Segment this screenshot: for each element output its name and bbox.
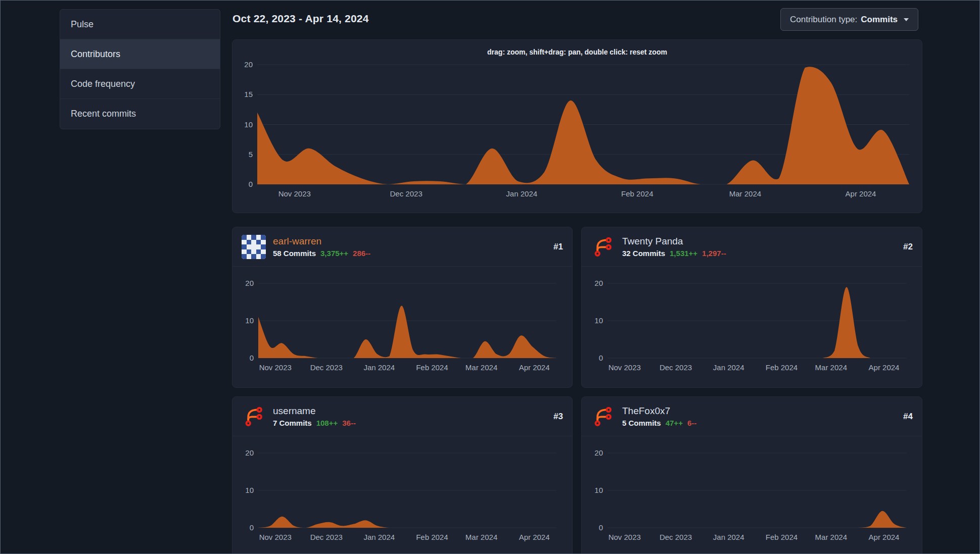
additions-count: 47++	[666, 419, 683, 427]
contributor-header: TheFox0x7 5 Commits 47++ 6-- #4	[582, 397, 922, 436]
commit-count: 7 Commits	[273, 419, 312, 427]
svg-text:Feb 2024: Feb 2024	[416, 533, 448, 541]
contributor-rank: #4	[903, 412, 913, 422]
contributor-name-link[interactable]: username	[273, 406, 546, 417]
svg-text:Dec 2023: Dec 2023	[310, 363, 343, 372]
svg-text:Mar 2024: Mar 2024	[465, 363, 497, 372]
svg-text:20: 20	[245, 279, 254, 287]
svg-text:10: 10	[594, 316, 603, 325]
commit-count: 58 Commits	[273, 249, 316, 258]
contributor-rank: #3	[553, 412, 563, 422]
contributor-name-link[interactable]: Twenty Panda	[622, 236, 896, 247]
contributor-card-username: username 7 Commits 108++ 36-- #3 01020No…	[232, 396, 573, 554]
svg-text:0: 0	[250, 354, 254, 362]
svg-text:Apr 2024: Apr 2024	[869, 363, 900, 372]
contributor-commits-chart[interactable]: 01020Nov 2023Dec 2023Jan 2024Feb 2024Mar…	[589, 271, 915, 383]
svg-text:Mar 2024: Mar 2024	[465, 533, 497, 541]
svg-text:Nov 2023: Nov 2023	[259, 363, 292, 372]
sidebar-item-label: Recent commits	[71, 109, 136, 119]
contributor-card-twenty-panda: Twenty Panda 32 Commits 1,531++ 1,297-- …	[581, 227, 922, 388]
svg-text:20: 20	[244, 60, 253, 69]
svg-text:0: 0	[249, 180, 253, 188]
svg-text:20: 20	[594, 448, 603, 457]
svg-text:Feb 2024: Feb 2024	[416, 363, 448, 372]
contributor-commits-chart[interactable]: 01020Nov 2023Dec 2023Jan 2024Feb 2024Mar…	[589, 440, 915, 553]
svg-text:Apr 2024: Apr 2024	[519, 363, 550, 372]
svg-text:Dec 2023: Dec 2023	[660, 533, 692, 541]
commit-count: 32 Commits	[622, 249, 665, 258]
deletions-count: 6--	[687, 419, 696, 427]
contributor-stats: 32 Commits 1,531++ 1,297--	[622, 249, 896, 258]
svg-text:Dec 2023: Dec 2023	[390, 189, 423, 198]
contributor-info: earl-warren 58 Commits 3,375++ 286--	[273, 236, 546, 258]
svg-text:Jan 2024: Jan 2024	[506, 189, 537, 198]
svg-text:Mar 2024: Mar 2024	[815, 533, 847, 541]
svg-text:10: 10	[245, 486, 254, 494]
contributor-stats: 58 Commits 3,375++ 286--	[273, 249, 546, 258]
contribution-type-label: Contribution type:	[790, 15, 857, 25]
sidebar-item-pulse[interactable]: Pulse	[60, 10, 220, 39]
contribution-type-dropdown[interactable]: Contribution type: Commits	[780, 8, 918, 31]
sidebar-item-code-frequency[interactable]: Code frequency	[60, 69, 220, 99]
svg-text:5: 5	[249, 150, 253, 159]
svg-text:20: 20	[245, 448, 254, 457]
contributor-name-link[interactable]: TheFox0x7	[622, 406, 896, 417]
svg-text:15: 15	[244, 90, 253, 98]
contributor-header: Twenty Panda 32 Commits 1,531++ 1,297-- …	[582, 227, 922, 267]
svg-text:Jan 2024: Jan 2024	[713, 533, 744, 541]
contribution-activity-chart[interactable]: 05101520Nov 2023Dec 2023Jan 2024Feb 2024…	[240, 58, 915, 210]
chart-zoom-hint: drag: zoom, shift+drag: pan, double clic…	[232, 48, 922, 56]
svg-text:0: 0	[599, 523, 603, 532]
forgejo-logo-icon[interactable]	[591, 235, 615, 259]
sidebar-item-label: Pulse	[71, 19, 94, 30]
contributor-info: username 7 Commits 108++ 36--	[273, 406, 546, 427]
contributor-rank: #2	[903, 242, 913, 252]
contributor-stats: 5 Commits 47++ 6--	[622, 419, 896, 427]
svg-text:Nov 2023: Nov 2023	[609, 533, 641, 541]
forgejo-logo-icon[interactable]	[591, 405, 615, 429]
svg-text:Feb 2024: Feb 2024	[621, 189, 653, 198]
contributor-header: username 7 Commits 108++ 36-- #3	[232, 397, 572, 436]
additions-count: 3,375++	[320, 249, 348, 258]
repo-activity-sidebar: Pulse Contributors Code frequency Recent…	[60, 9, 220, 129]
svg-text:Dec 2023: Dec 2023	[310, 533, 343, 541]
sidebar-item-contributors[interactable]: Contributors	[60, 39, 220, 69]
contributor-name-link[interactable]: earl-warren	[273, 236, 546, 247]
contribution-type-value: Commits	[861, 15, 898, 25]
svg-text:Feb 2024: Feb 2024	[766, 363, 798, 372]
deletions-count: 1,297--	[702, 249, 726, 258]
identicon-avatar[interactable]	[242, 235, 266, 259]
svg-text:Nov 2023: Nov 2023	[259, 533, 292, 541]
svg-text:Jan 2024: Jan 2024	[713, 363, 744, 372]
contributors-page: { "header": { "date_range": "Oct 22, 202…	[0, 0, 980, 554]
svg-text:10: 10	[245, 316, 254, 325]
additions-count: 108++	[316, 419, 338, 427]
svg-text:Mar 2024: Mar 2024	[815, 363, 847, 372]
contributor-commits-chart[interactable]: 01020Nov 2023Dec 2023Jan 2024Feb 2024Mar…	[240, 271, 565, 383]
svg-text:Apr 2024: Apr 2024	[846, 189, 876, 198]
svg-text:Apr 2024: Apr 2024	[519, 533, 550, 541]
chevron-down-icon	[904, 18, 909, 21]
forgejo-logo-icon[interactable]	[242, 405, 266, 429]
contributor-rank: #1	[553, 242, 563, 252]
contributor-stats: 7 Commits 108++ 36--	[273, 419, 546, 427]
contributor-info: TheFox0x7 5 Commits 47++ 6--	[622, 406, 896, 427]
additions-count: 1,531++	[670, 249, 697, 258]
svg-text:10: 10	[244, 120, 253, 129]
svg-text:10: 10	[594, 486, 603, 494]
svg-text:0: 0	[599, 354, 603, 362]
sidebar-item-recent-commits[interactable]: Recent commits	[60, 99, 220, 129]
contribution-activity-card: drag: zoom, shift+drag: pan, double clic…	[232, 39, 922, 213]
svg-text:0: 0	[250, 523, 254, 532]
contributor-header: earl-warren 58 Commits 3,375++ 286-- #1	[232, 227, 572, 267]
contributor-commits-chart[interactable]: 01020Nov 2023Dec 2023Jan 2024Feb 2024Mar…	[240, 440, 565, 553]
sidebar-item-label: Code frequency	[71, 79, 135, 89]
deletions-count: 36--	[342, 419, 356, 427]
svg-text:Jan 2024: Jan 2024	[363, 533, 395, 541]
contributor-card-earl-warren: earl-warren 58 Commits 3,375++ 286-- #1 …	[232, 227, 573, 388]
svg-text:Nov 2023: Nov 2023	[278, 189, 311, 198]
commit-count: 5 Commits	[622, 419, 661, 427]
contributor-info: Twenty Panda 32 Commits 1,531++ 1,297--	[622, 236, 896, 258]
svg-text:Nov 2023: Nov 2023	[609, 363, 641, 372]
date-range-title: Oct 22, 2023 - Apr 14, 2024	[232, 13, 369, 25]
